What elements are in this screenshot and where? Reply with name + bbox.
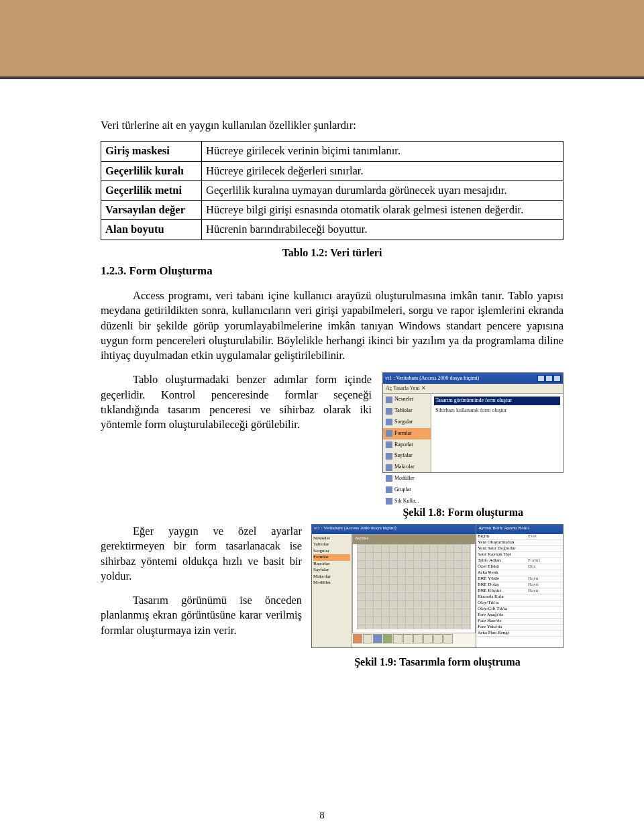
paragraph-2: Tablo oluşturmadaki benzer adımlar form … [101,372,372,473]
property-desc: Hücrenin barındırabileceği boyuttur. [202,220,564,240]
table-caption: Tablo 1.2: Veri türleri [101,246,564,260]
palette-btn [353,634,362,643]
window-buttons [537,375,561,382]
paragraph-4: Tasarım görünümü ise önceden planlanmış … [101,593,302,638]
property-name: Geçerlilik kuralı [101,161,202,180]
nav-label: Sayfalar [394,452,413,460]
nav-item: Raporlar [383,439,431,451]
page-header-band [0,0,644,79]
nav-label: Sorgular [394,419,413,426]
access-nav: NesnelerTablolarSorgularFormlarRaporlarS… [383,394,431,472]
property-row: Arka Plan Rengi [476,631,563,637]
nav-item: Tablolar [383,405,431,417]
property-list: BiçimEvetYeni OluşturmadanYeni Satır Doğ… [476,534,563,647]
nav-icon [386,453,392,460]
nav-label: Tablolar [394,407,413,415]
property-desc: Hücreye girilecek verinin biçimi tanımla… [202,142,564,161]
figure-2-caption: Şekil 1.9: Tasarımla form oluştruma [311,655,564,670]
nav-icon [386,408,392,415]
nav-label: Sık Kulla... [394,498,419,505]
property-name: Giriş maskesi [101,142,202,161]
paragraph-3: Eğer yaygın ve özel ayarlar gerektirmeye… [101,524,302,584]
data-types-table: Giriş maskesiHücreye girilecek verinin b… [101,141,564,240]
property-desc: Geçerlilik kuralına uymayan durumlarda g… [202,180,564,200]
nav-item: Makrolar [383,462,431,473]
row-with-figure-1: Tablo oluşturmadaki benzer adımlar form … [101,372,564,473]
nav-label: Modüller [394,475,415,482]
nav-icon [386,430,392,437]
property-sheet: Ayrıntı Bölü: Ayrıntı Bölü1 BiçimEvetYen… [476,525,563,647]
nav-icon [386,419,392,425]
prop-name: Arka Plan Rengi [478,630,528,636]
row-with-figure-2: Eğer yaygın ve özel ayarlar gerektirmeye… [101,524,564,670]
access-titlebar: vt1 : Veritabanı (Access 2000 dosya biçi… [383,373,563,384]
toolbox-palette [352,633,476,647]
prop-value: Hayır [528,588,561,594]
figure-1-caption: Şekil 1.8: Form oluşturma [101,505,564,520]
table-row: Giriş maskesiHücreye girilecek verinin b… [101,142,564,161]
palette-btn [393,634,402,643]
form-option: Sihirbazı kullanarak form oluştur [434,407,560,415]
design-titlebar: vt1 : Veritabanı (Access 2000 dosya biçi… [312,525,476,534]
section-heading: 1.2.3. Form Oluşturma [101,264,564,279]
palette-btn [433,634,443,643]
palette-btn [383,634,392,643]
palette-btn [363,634,372,643]
nav-label: Makrolar [394,464,415,471]
table-row: Geçerlilik kuralıHücreye girilecek değer… [101,161,564,180]
nav-icon [386,498,392,505]
nav-item: Sık Kulla... [383,496,431,507]
access-body: NesnelerTablolarSorgularFormlarRaporlarS… [383,394,563,472]
design-grid [357,544,471,629]
palette-btn [443,634,453,643]
nav-item: Modüller [383,473,431,484]
design-window: vt1 : Veritabanı (Access 2000 dosya biçi… [311,524,564,648]
nav-label: Formlar [394,430,412,437]
form-option: Tasarım görünümünde form oluştur [434,397,560,405]
nav-label: Raporlar [394,441,413,449]
nav-icon [386,397,392,403]
nav-item: Sorgular [383,417,431,428]
prop-value: Düz [528,564,561,570]
detail-header: Ayrıntı [353,535,475,544]
nav-item: Sayfalar [383,450,431,462]
table-row: Geçerlilik metniGeçerlilik kuralına uyma… [101,180,564,200]
palette-btn [423,634,433,643]
access-window: vt1 : Veritabanı (Access 2000 dosya biçi… [382,372,564,473]
close-icon [553,375,561,382]
design-left: vt1 : Veritabanı (Access 2000 dosya biçi… [312,525,476,647]
design-navstrip: NesnelerTablolarSorgular Formlar Raporla… [312,534,352,647]
access-toolbar: Aç Tasarla Yeni ✕ [383,384,563,394]
text-column: Eğer yaygın ve özel ayarlar gerektirmeye… [101,524,302,670]
table-row: Varsayılan değerHücreye bilgi girişi esn… [101,201,564,220]
nav-item: Gruplar [383,484,431,496]
nav-icon [386,475,392,482]
maximize-icon [545,375,553,382]
figure-2-column: vt1 : Veritabanı (Access 2000 dosya biçi… [311,524,564,670]
nav-icon [386,441,392,448]
form-canvas: Ayrıntı [352,534,476,634]
nav-label: Nesneler [394,396,413,403]
property-titlebar: Ayrıntı Bölü: Ayrıntı Bölü1 [476,525,563,534]
property-desc: Hücreye girilecek değerleri sınırlar. [202,161,564,180]
prop-value: Evet [528,534,561,540]
palette-btn [413,634,423,643]
palette-btn [373,634,382,643]
page-content: Veri türlerine ait en yaygın kullanılan … [0,85,644,670]
intro-text: Veri türlerine ait en yaygın kullanılan … [101,118,564,133]
property-name: Alan boyutu [101,220,202,240]
access-pane: Tasarım görünümünde form oluşturSihirbaz… [431,394,563,472]
nav-item: Formlar [383,428,431,439]
nav-item: Nesneler [383,394,431,405]
nav-label: Gruplar [394,486,411,494]
property-name: Geçerlilik metni [101,180,202,200]
nav-icon [386,486,392,493]
section-2: Şekil 1.8: Form oluşturma Eğer yaygın ve… [101,505,564,669]
access-title: vt1 : Veritabanı (Access 2000 dosya biçi… [385,375,479,382]
minimize-icon [537,375,545,382]
figure-1-box: vt1 : Veritabanı (Access 2000 dosya biçi… [382,372,564,473]
property-name: Varsayılan değer [101,201,202,220]
nav-icon [386,464,392,471]
table-row: Alan boyutuHücrenin barındırabileceği bo… [101,220,564,240]
property-desc: Hücreye bilgi girişi esnasında otomatik … [202,201,564,220]
